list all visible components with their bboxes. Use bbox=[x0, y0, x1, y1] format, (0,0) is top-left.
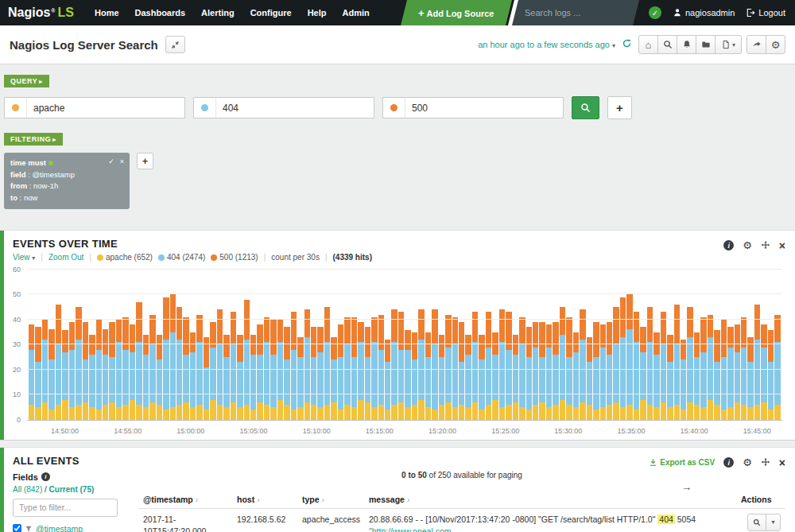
add-log-source-button[interactable]: +Add Log Source bbox=[401, 0, 512, 25]
chart-bar[interactable] bbox=[358, 322, 363, 420]
chart-bar[interactable] bbox=[83, 322, 88, 420]
chart-bar[interactable] bbox=[116, 320, 122, 420]
run-query-button[interactable] bbox=[572, 96, 599, 119]
alerts-button[interactable] bbox=[677, 35, 696, 54]
chart-bar[interactable] bbox=[237, 335, 242, 420]
chart-bar[interactable] bbox=[513, 335, 518, 420]
chart-bar[interactable] bbox=[317, 327, 323, 420]
chart-bar[interactable] bbox=[42, 320, 48, 420]
move-icon[interactable] bbox=[761, 239, 770, 253]
search-logs-input[interactable] bbox=[525, 8, 626, 17]
query-input-3[interactable] bbox=[405, 103, 563, 114]
chart-bar[interactable] bbox=[526, 327, 532, 420]
chart-bar[interactable] bbox=[560, 307, 565, 420]
chart-bar[interactable] bbox=[754, 305, 760, 420]
view-menu[interactable]: View ▾ bbox=[13, 253, 35, 262]
field-filter-input[interactable] bbox=[13, 499, 118, 517]
chart-bar[interactable] bbox=[190, 332, 196, 420]
export-csv-link[interactable]: Export as CSV bbox=[649, 458, 715, 467]
query-input-1[interactable] bbox=[27, 103, 184, 114]
chart-bar[interactable] bbox=[297, 337, 303, 420]
legend-item-apache[interactable]: apache (652) bbox=[97, 253, 153, 262]
user-menu[interactable]: nagiosadmin bbox=[673, 8, 735, 17]
chart-bar[interactable] bbox=[546, 324, 552, 420]
chart-bar[interactable] bbox=[257, 324, 262, 420]
settings-button[interactable]: ⚙ bbox=[766, 35, 785, 54]
chart-bar[interactable] bbox=[681, 340, 686, 420]
info-icon[interactable]: i bbox=[723, 240, 734, 250]
reports-button[interactable] bbox=[696, 35, 716, 54]
query-section-label[interactable]: QUERY▸ bbox=[4, 75, 49, 87]
chart-bar[interactable] bbox=[425, 332, 431, 420]
field-name[interactable]: @timestamp bbox=[36, 524, 83, 532]
add-filter-button[interactable]: + bbox=[137, 153, 153, 169]
chart-bar[interactable] bbox=[385, 340, 390, 420]
chart-bar[interactable] bbox=[708, 315, 713, 420]
field-checkbox[interactable] bbox=[13, 524, 21, 532]
logout-link[interactable]: Logout bbox=[746, 8, 785, 17]
chart-bar[interactable] bbox=[506, 312, 511, 419]
chart-bar[interactable] bbox=[365, 327, 370, 420]
chart-bar[interactable] bbox=[149, 315, 155, 420]
chart-bar[interactable] bbox=[747, 337, 753, 420]
chart-bar[interactable] bbox=[89, 335, 95, 420]
log-url-link[interactable]: "http://www.oneal.com... bbox=[369, 526, 731, 532]
nagios-logo[interactable]: Nagios®LS bbox=[8, 6, 74, 20]
col-type[interactable]: type› bbox=[297, 492, 364, 509]
move-icon[interactable] bbox=[761, 456, 770, 470]
chart-bar[interactable] bbox=[432, 309, 437, 420]
nav-help[interactable]: Help bbox=[300, 0, 335, 25]
chart-bar[interactable] bbox=[486, 312, 491, 419]
chart-bar[interactable] bbox=[620, 297, 626, 420]
chart-bar[interactable] bbox=[304, 309, 310, 420]
chart-bar[interactable] bbox=[143, 335, 149, 420]
legend-item-500[interactable]: 500 (1213) bbox=[211, 253, 258, 262]
zoom-out-link[interactable]: Zoom Out bbox=[48, 253, 83, 262]
nav-configure[interactable]: Configure bbox=[242, 0, 300, 25]
chart-bar[interactable] bbox=[109, 322, 114, 420]
chart-bar[interactable] bbox=[600, 324, 606, 420]
chart-bar[interactable] bbox=[761, 324, 766, 420]
info-icon[interactable]: i bbox=[41, 472, 50, 481]
add-query-button[interactable]: + bbox=[607, 96, 632, 119]
chart-bar[interactable] bbox=[573, 332, 579, 420]
close-icon[interactable]: × bbox=[779, 240, 785, 251]
chart-bar[interactable] bbox=[163, 297, 169, 420]
home-button[interactable]: ⌂ bbox=[638, 35, 658, 54]
filter-remove-icon[interactable]: × bbox=[120, 157, 124, 168]
chart-bar[interactable] bbox=[539, 322, 545, 420]
share-button[interactable] bbox=[747, 35, 766, 54]
chart-bar[interactable] bbox=[157, 335, 162, 420]
query-input-2[interactable] bbox=[216, 103, 374, 114]
saved-queries-button[interactable]: ▾ bbox=[715, 35, 742, 54]
chart-bar[interactable] bbox=[499, 309, 505, 420]
chart-bar[interactable] bbox=[472, 312, 478, 419]
chart-bar[interactable] bbox=[338, 324, 343, 420]
next-page-arrow[interactable]: → bbox=[681, 482, 692, 492]
col-message[interactable]: message› bbox=[364, 492, 736, 509]
chart-bar[interactable] bbox=[465, 335, 471, 420]
chart-bar[interactable] bbox=[136, 302, 142, 420]
chart-bar[interactable] bbox=[735, 324, 740, 420]
chart-bar[interactable] bbox=[553, 322, 558, 420]
chart-bar[interactable] bbox=[640, 327, 646, 420]
chart-bar[interactable] bbox=[607, 322, 612, 420]
chart-bar[interactable] bbox=[250, 335, 256, 420]
chart-bar[interactable] bbox=[76, 307, 81, 420]
filtering-section-label[interactable]: FILTERING▸ bbox=[4, 133, 63, 146]
gear-icon[interactable]: ⚙ bbox=[743, 457, 752, 468]
chart-bar[interactable] bbox=[533, 322, 538, 420]
chart-bar[interactable] bbox=[445, 315, 451, 420]
chart-bar[interactable] bbox=[492, 332, 498, 420]
refresh-button[interactable] bbox=[620, 38, 634, 51]
chart-bar[interactable] bbox=[130, 324, 135, 420]
chart-bar[interactable] bbox=[439, 335, 444, 420]
toggle-panels-button[interactable] bbox=[165, 36, 185, 53]
fields-current-link[interactable]: Current (75) bbox=[49, 485, 95, 494]
chart-bar[interactable] bbox=[774, 315, 780, 420]
chart-bar[interactable] bbox=[204, 337, 209, 420]
chart-bar[interactable] bbox=[196, 315, 202, 420]
chart-bar[interactable] bbox=[291, 312, 297, 419]
chart-bar[interactable] bbox=[176, 307, 182, 420]
legend-item-404[interactable]: 404 (2474) bbox=[158, 253, 205, 262]
